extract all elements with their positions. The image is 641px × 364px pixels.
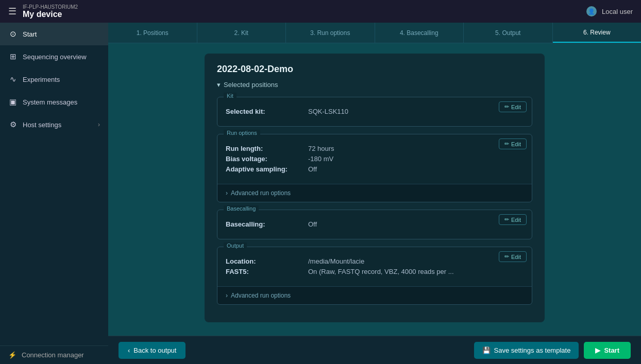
step-basecalling[interactable]: 4. Basecalling <box>375 23 464 43</box>
connection-manager[interactable]: ⚡ Connection manager <box>0 345 108 364</box>
output-value-1: On (Raw, FASTQ record, VBZ, 4000 reads p… <box>308 268 454 275</box>
run-options-field-1: Bias voltage: -180 mV <box>226 155 524 163</box>
step-review[interactable]: 6. Review <box>553 23 642 43</box>
output-label-1: FAST5: <box>226 268 308 275</box>
steps-nav: 1. Positions 2. Kit 3. Run options 4. Ba… <box>108 23 641 43</box>
sidebar-item-host-settings-label: Host settings <box>23 121 61 129</box>
run-options-value-1: -180 mV <box>308 155 333 163</box>
sidebar-item-host-settings[interactable]: ⚙ Host settings › <box>0 113 108 136</box>
kit-section: Kit ✏ Edit Selected kit: SQK-LSK110 <box>217 97 532 127</box>
device-subtitle: IF-PLP-HAUSTORIUM2 <box>23 4 78 10</box>
basecalling-field-0: Basecalling: Off <box>226 220 524 228</box>
run-options-label-1: Bias voltage: <box>226 155 308 163</box>
topbar: ☰ IF-PLP-HAUSTORIUM2 My device 👤 Local u… <box>0 0 641 23</box>
chevron-right-icon: › <box>98 121 100 128</box>
output-advanced-label: Advanced run options <box>231 292 291 299</box>
bottom-bar: ‹ Back to output 💾 Save settings as temp… <box>108 336 641 364</box>
output-label-0: Location: <box>226 257 308 265</box>
save-template-button[interactable]: 💾 Save settings as template <box>474 342 579 359</box>
connection-icon: ⚡ <box>8 351 16 359</box>
system-messages-icon: ▣ <box>8 97 18 107</box>
sidebar-item-system-messages[interactable]: ▣ System messages <box>0 91 108 113</box>
edit-pencil-icon-2: ✏ <box>504 141 509 147</box>
review-card: 2022-08-02-Demo ▾ Selected positions Kit… <box>205 54 545 322</box>
step-output[interactable]: 5. Output <box>464 23 553 43</box>
edit-pencil-icon: ✏ <box>504 103 509 110</box>
run-options-advanced-label: Advanced run options <box>231 189 291 197</box>
experiments-icon: ∿ <box>8 75 18 84</box>
selected-positions-toggle[interactable]: ▾ Selected positions <box>217 81 532 89</box>
chevron-down-icon: ▾ <box>217 81 221 89</box>
basecalling-section: Basecalling ✏ Edit Basecalling: Off <box>217 210 532 239</box>
output-section-label: Output <box>224 242 247 249</box>
basecalling-value-0: Off <box>308 220 317 228</box>
run-options-label-0: Run length: <box>226 145 308 152</box>
step-kit[interactable]: 2. Kit <box>197 23 286 43</box>
connection-label: Connection manager <box>22 351 84 359</box>
step-positions[interactable]: 1. Positions <box>108 23 197 43</box>
sidebar-item-start-label: Start <box>23 30 37 38</box>
sidebar: ⊙ Start ⊞ Sequencing overview ∿ Experime… <box>0 23 108 364</box>
user-area: 👤 Local user <box>586 6 633 16</box>
run-options-section-label: Run options <box>224 130 260 136</box>
chevron-right-icon-3: › <box>226 292 228 299</box>
save-template-label: Save settings as template <box>494 346 571 354</box>
sidebar-item-experiments[interactable]: ∿ Experiments <box>0 68 108 91</box>
play-icon: ▶ <box>595 346 600 354</box>
user-label: Local user <box>602 8 633 15</box>
start-icon: ⊙ <box>8 29 18 39</box>
content-area: 1. Positions 2. Kit 3. Run options 4. Ba… <box>108 23 641 364</box>
back-arrow-icon: ‹ <box>128 346 130 354</box>
basecalling-label-0: Basecalling: <box>226 220 308 228</box>
kit-field-value-0: SQK-LSK110 <box>308 108 348 115</box>
kit-field-selected-kit: Selected kit: SQK-LSK110 <box>226 108 524 115</box>
output-value-0: /media/Mount/lacie <box>308 257 364 265</box>
output-edit-button[interactable]: ✏ Edit <box>499 251 527 262</box>
run-options-field-2: Adaptive sampling: Off <box>226 165 524 173</box>
output-field-1: FAST5: On (Raw, FASTQ record, VBZ, 4000 … <box>226 268 524 275</box>
basecalling-section-label: Basecalling <box>224 205 259 212</box>
save-icon: 💾 <box>482 346 491 354</box>
output-advanced[interactable]: › Advanced run options <box>217 286 532 304</box>
sidebar-item-sequencing-label: Sequencing overview <box>23 53 87 61</box>
selected-positions-label: Selected positions <box>224 81 278 89</box>
run-options-field-0: Run length: 72 hours <box>226 145 524 152</box>
scroll-content: 2022-08-02-Demo ▾ Selected positions Kit… <box>108 43 641 336</box>
run-options-value-0: 72 hours <box>308 145 334 152</box>
edit-pencil-icon-3: ✏ <box>504 216 509 223</box>
sidebar-item-system-messages-label: System messages <box>23 98 77 106</box>
kit-field-label-0: Selected kit: <box>226 108 308 115</box>
edit-pencil-icon-4: ✏ <box>504 253 509 260</box>
device-title: My device <box>23 10 78 19</box>
sidebar-item-sequencing-overview[interactable]: ⊞ Sequencing overview <box>0 45 108 68</box>
kit-edit-button[interactable]: ✏ Edit <box>499 101 527 112</box>
run-options-section: Run options ✏ Edit Run length: 72 hours … <box>217 134 532 202</box>
run-options-advanced[interactable]: › Advanced run options <box>217 184 532 202</box>
sidebar-item-start[interactable]: ⊙ Start <box>0 23 108 45</box>
back-to-output-label: Back to output <box>133 346 176 354</box>
user-icon: 👤 <box>586 6 597 16</box>
start-button[interactable]: ▶ Start <box>584 342 631 359</box>
experiment-title: 2022-08-02-Demo <box>217 64 532 75</box>
host-settings-icon: ⚙ <box>8 120 18 129</box>
sidebar-item-experiments-label: Experiments <box>23 76 60 83</box>
run-options-label-2: Adaptive sampling: <box>226 165 308 173</box>
kit-section-label: Kit <box>224 93 237 99</box>
back-to-output-button[interactable]: ‹ Back to output <box>119 342 185 359</box>
output-field-0: Location: /media/Mount/lacie <box>226 257 524 265</box>
output-section: Output ✏ Edit Location: /media/Mount/lac… <box>217 247 532 305</box>
basecalling-edit-button[interactable]: ✏ Edit <box>499 214 527 225</box>
run-options-edit-button[interactable]: ✏ Edit <box>499 138 527 149</box>
sequencing-overview-icon: ⊞ <box>8 52 18 61</box>
start-label: Start <box>604 346 619 354</box>
run-options-value-2: Off <box>308 165 317 173</box>
chevron-right-icon-2: › <box>226 189 228 197</box>
step-run-options[interactable]: 3. Run options <box>286 23 375 43</box>
menu-icon[interactable]: ☰ <box>8 6 16 17</box>
